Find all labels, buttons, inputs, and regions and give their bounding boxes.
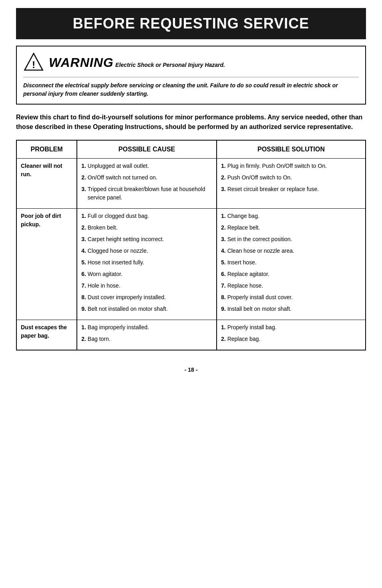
warning-body: Disconnect the electrical supply before … — [23, 77, 359, 98]
warning-header: ! WARNING Electric Shock or Personal Inj… — [23, 52, 359, 73]
solution-cell: 1.Properly install bag.2.Replace bag. — [217, 320, 366, 350]
svg-text:!: ! — [32, 59, 35, 70]
col-header-solution: POSSIBLE SOLUTION — [217, 140, 366, 159]
list-item: 4.Clogged hose or nozzle. — [81, 247, 212, 255]
list-item: 6.Replace agitator. — [221, 270, 361, 278]
list-item: 2.Replace bag. — [221, 335, 361, 343]
table-row: Poor job of dirt pickup.1.Full or clogge… — [16, 209, 366, 320]
list-item: 3.Carpet height setting incorrect. — [81, 235, 212, 244]
list-item: 3.Tripped circuit breaker/blown fuse at … — [81, 185, 212, 202]
list-item: 9.Belt not installed on motor shaft. — [81, 305, 212, 313]
service-table: PROBLEM POSSIBLE CAUSE POSSIBLE SOLUTION… — [16, 140, 366, 350]
solution-cell: 1.Plug in firmly. Push On/Off switch to … — [217, 159, 366, 209]
list-item: 8.Properly install dust cover. — [221, 293, 361, 302]
cause-cell: 1.Full or clogged dust bag.2.Broken belt… — [77, 209, 217, 320]
list-item: 7.Replace hose. — [221, 282, 361, 290]
cause-cell: 1.Bag improperly installed.2.Bag torn. — [77, 320, 217, 350]
table-row: Dust escapes the paper bag.1.Bag imprope… — [16, 320, 366, 350]
list-item: 2.Replace belt. — [221, 224, 361, 232]
list-item: 1.Unplugged at wall outlet. — [81, 162, 212, 170]
warning-title: WARNING Electric Shock or Personal Injur… — [49, 55, 225, 70]
list-item: 6.Worn agitator. — [81, 270, 212, 278]
cause-cell: 1.Unplugged at wall outlet.2.On/Off swit… — [77, 159, 217, 209]
col-header-cause: POSSIBLE CAUSE — [77, 140, 217, 159]
list-item: 7.Hole in hose. — [81, 282, 212, 290]
page-number: - 18 - — [16, 366, 366, 373]
list-item: 3.Set in the correct position. — [221, 235, 361, 244]
page-title: BEFORE REQUESTING SERVICE — [16, 8, 366, 39]
col-header-problem: PROBLEM — [16, 140, 77, 159]
table-row: Cleaner will not run.1.Unplugged at wall… — [16, 159, 366, 209]
list-item: 8.Dust cover improperly installed. — [81, 293, 212, 302]
intro-text: Review this chart to find do-it-yourself… — [16, 113, 366, 132]
list-item: 3.Reset circuit breaker or replace fuse. — [221, 185, 361, 193]
list-item: 2.Push On/Off switch to On. — [221, 173, 361, 182]
list-item: 2.Bag torn. — [81, 335, 212, 343]
list-item: 1.Plug in firmly. Push On/Off switch to … — [221, 162, 361, 170]
solution-cell: 1.Change bag.2.Replace belt.3.Set in the… — [217, 209, 366, 320]
list-item: 2.Broken belt. — [81, 224, 212, 232]
warning-triangle-icon: ! — [23, 52, 44, 73]
list-item: 4.Clean hose or nozzle area. — [221, 247, 361, 255]
list-item: 5.Hose not inserted fully. — [81, 258, 212, 267]
list-item: 1.Bag improperly installed. — [81, 323, 212, 332]
list-item: 1.Properly install bag. — [221, 323, 361, 332]
problem-cell: Poor job of dirt pickup. — [16, 209, 77, 320]
list-item: 9.Install belt on motor shaft. — [221, 305, 361, 313]
list-item: 1.Change bag. — [221, 212, 361, 220]
list-item: 2.On/Off switch not turned on. — [81, 173, 212, 182]
list-item: 5.Insert hose. — [221, 258, 361, 267]
list-item: 1.Full or clogged dust bag. — [81, 212, 212, 220]
table-header-row: PROBLEM POSSIBLE CAUSE POSSIBLE SOLUTION — [16, 140, 366, 159]
warning-box: ! WARNING Electric Shock or Personal Inj… — [16, 46, 366, 105]
problem-cell: Dust escapes the paper bag. — [16, 320, 77, 350]
problem-cell: Cleaner will not run. — [16, 159, 77, 209]
